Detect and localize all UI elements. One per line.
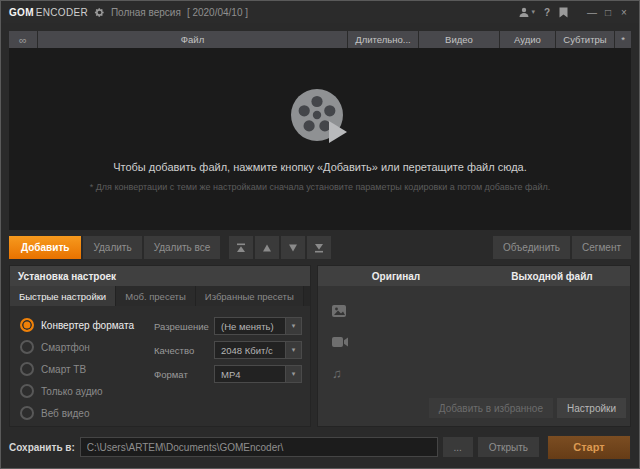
move-up-button[interactable]: [255, 236, 279, 259]
mode-label: Веб видео: [41, 408, 89, 419]
quality-label: Качество: [154, 345, 214, 356]
gom-encoder-window: GOM ENCODER Полная версия [ 2020/04/10 ]…: [0, 0, 640, 469]
music-note-icon: ♫: [332, 366, 348, 380]
resolution-dropdown[interactable]: (Не менять) ▾: [214, 317, 302, 335]
mode-label: Только аудио: [41, 386, 103, 397]
add-button[interactable]: Добавить: [9, 236, 81, 259]
mode-audio-only[interactable]: Только аудио: [20, 384, 144, 398]
radio-icon: [20, 406, 34, 420]
format-label: Формат: [154, 369, 214, 380]
file-table-header: ∞ Файл Длительно... Видео Аудио Субтитры…: [9, 31, 631, 48]
mode-format-converter[interactable]: Конвертер формата: [20, 318, 144, 332]
mode-smartphone[interactable]: Смартфон: [20, 340, 144, 354]
logo-gom-text: GOM: [9, 7, 34, 18]
dropzone-hint: Чтобы добавить файл, нажмите кнопку «Доб…: [113, 161, 527, 173]
file-drop-zone[interactable]: Чтобы добавить файл, нажмите кнопку «Доб…: [9, 48, 631, 230]
radio-icon: [20, 384, 34, 398]
radio-icon: [20, 340, 34, 354]
preview-body: ♫: [318, 286, 630, 395]
film-reel-icon: [289, 87, 351, 145]
toolbar-spacer: [333, 236, 491, 259]
format-dropdown[interactable]: MP4 ▾: [214, 365, 302, 383]
quality-dropdown[interactable]: 2048 Кбит/с ▾: [214, 341, 302, 359]
save-bar: Сохранить в: ... Открыть Старт: [9, 432, 631, 462]
media-info-icons: ♫: [332, 304, 348, 380]
segment-button[interactable]: Сегмент: [572, 236, 631, 259]
dropzone-note: * Для конвертации с теми же настройками …: [90, 182, 551, 192]
image-icon: [332, 304, 348, 318]
tab-quick-settings[interactable]: Быстрые настройки: [10, 286, 116, 306]
add-to-favorites-button[interactable]: Добавить в избранное: [429, 398, 553, 418]
format-field: Формат MP4 ▾: [154, 365, 302, 383]
radio-icon: [20, 362, 34, 376]
mode-label: Смартфон: [41, 342, 90, 353]
mode-smart-tv[interactable]: Смарт ТВ: [20, 362, 144, 376]
browse-button[interactable]: ...: [443, 437, 473, 457]
output-path-input[interactable]: [80, 437, 438, 457]
column-header-video[interactable]: Видео: [419, 31, 499, 48]
app-logo: GOM ENCODER: [9, 7, 88, 18]
window-controls: — □ ×: [585, 7, 631, 18]
column-header-audio[interactable]: Аудио: [500, 31, 555, 48]
chevron-down-icon[interactable]: ▾: [285, 366, 301, 382]
chevron-down-icon[interactable]: ▾: [285, 318, 301, 334]
format-value: MP4: [215, 369, 285, 380]
radio-icon: [20, 318, 34, 332]
encoding-fields: Разрешение (Не менять) ▾ Качество 2048 К…: [144, 315, 306, 420]
column-header-file[interactable]: Файл: [38, 31, 347, 48]
minimize-button[interactable]: —: [585, 7, 599, 18]
remove-button[interactable]: Удалить: [83, 236, 141, 259]
resolution-field: Разрешение (Не менять) ▾: [154, 317, 302, 335]
mode-web-video[interactable]: Веб видео: [20, 406, 144, 420]
open-folder-button[interactable]: Открыть: [478, 437, 539, 457]
merge-button[interactable]: Объединить: [493, 236, 570, 259]
close-button[interactable]: ×: [617, 7, 631, 18]
settings-panel-title: Установка настроек: [10, 266, 310, 286]
link-icon[interactable]: ∞: [9, 31, 37, 48]
user-account-icon[interactable]: ▾: [519, 7, 535, 17]
column-header-duration[interactable]: Длительно...: [348, 31, 418, 48]
column-header-star[interactable]: *: [615, 31, 631, 48]
move-down-button[interactable]: [281, 236, 305, 259]
flag-icon[interactable]: [559, 7, 568, 18]
resolution-value: (Не менять): [215, 321, 285, 332]
lower-panels: Установка настроек Быстрые настройки Моб…: [9, 265, 631, 427]
tab-favorite-presets[interactable]: Избранные пресеты: [196, 286, 304, 306]
titlebar-right: ▾ ? — □ ×: [519, 7, 631, 18]
mode-label: Конвертер формата: [41, 320, 134, 331]
gear-icon[interactable]: [94, 7, 105, 18]
quality-field: Качество 2048 Кбит/с ▾: [154, 341, 302, 359]
settings-panel-body: Конвертер формата Смартфон Смарт ТВ Толь…: [10, 306, 310, 426]
tab-mobile-presets[interactable]: Моб. пресеты: [116, 286, 196, 306]
settings-button[interactable]: Настройки: [557, 398, 626, 418]
move-bottom-button[interactable]: [307, 236, 331, 259]
quality-value: 2048 Кбит/с: [215, 345, 285, 356]
logo-encoder-text: ENCODER: [36, 7, 88, 18]
preview-header: Оригинал Выходной файл: [318, 266, 630, 286]
version-label: Полная версия: [111, 7, 181, 18]
column-header-subtitles[interactable]: Субтитры: [556, 31, 614, 48]
preview-panel: Оригинал Выходной файл ♫ Добавить в избр…: [317, 265, 631, 427]
file-toolbar: Добавить Удалить Удалить все Объединить …: [9, 236, 631, 259]
original-column-title: Оригинал: [318, 266, 474, 286]
user-caret-icon: ▾: [531, 8, 535, 16]
help-icon[interactable]: ?: [544, 7, 550, 18]
remove-all-button[interactable]: Удалить все: [144, 236, 221, 259]
titlebar: GOM ENCODER Полная версия [ 2020/04/10 ]…: [1, 1, 639, 23]
settings-tabs: Быстрые настройки Моб. пресеты Избранные…: [10, 286, 310, 306]
output-column-title: Выходной файл: [474, 266, 630, 286]
reorder-buttons: [229, 236, 331, 259]
settings-panel: Установка настроек Быстрые настройки Моб…: [9, 265, 311, 427]
chevron-down-icon[interactable]: ▾: [285, 342, 301, 358]
mode-label: Смарт ТВ: [41, 364, 86, 375]
save-to-label: Сохранить в:: [9, 442, 75, 453]
video-camera-icon: [332, 335, 348, 349]
start-button[interactable]: Старт: [547, 435, 631, 460]
build-date-label: [ 2020/04/10 ]: [187, 7, 248, 18]
preview-footer: Добавить в избранное Настройки: [318, 395, 630, 426]
resolution-label: Разрешение: [154, 321, 214, 332]
maximize-button[interactable]: □: [601, 7, 615, 18]
move-top-button[interactable]: [229, 236, 253, 259]
mode-radio-group: Конвертер формата Смартфон Смарт ТВ Толь…: [20, 315, 144, 420]
